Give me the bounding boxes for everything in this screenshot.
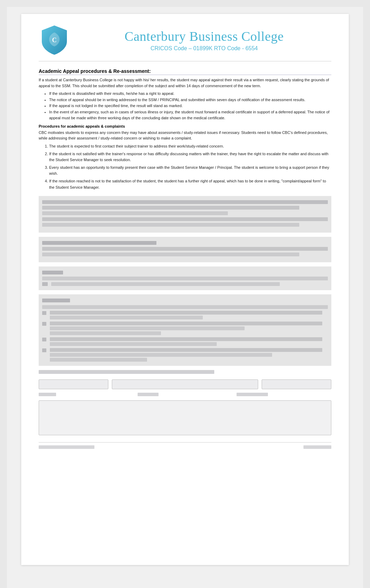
- logo-container: C: [39, 24, 70, 56]
- section-academic-appeal: Academic Appeal procedures & Re-assessme…: [39, 68, 331, 121]
- college-logo: C: [40, 25, 68, 55]
- header-text: Canterbury Business College CRICOS Code …: [77, 29, 331, 52]
- section2-subheading: Procedures for academic appeals & compla…: [39, 124, 331, 128]
- redacted-section-2: [39, 237, 331, 262]
- redacted-section-3: [39, 266, 331, 290]
- section1-intro: If a student at Canterbury Business Coll…: [39, 77, 331, 89]
- list-item: In the event of an emergency, such as in…: [49, 109, 331, 121]
- document-footer: [39, 442, 331, 449]
- form-large-textarea: [39, 400, 331, 435]
- page-container: C Canterbury Business College CRICOS Cod…: [7, 7, 363, 588]
- document-header: C Canterbury Business College CRICOS Cod…: [39, 24, 331, 61]
- section2-numbered-list: The student is expected to first contact…: [49, 143, 331, 190]
- form-area: [39, 379, 331, 435]
- list-item: The student is expected to first contact…: [49, 143, 331, 150]
- redacted-section-1: [39, 196, 331, 233]
- redacted-section-4: [39, 294, 331, 366]
- footer-right-text: [303, 445, 331, 449]
- section1-heading: Academic Appeal procedures & Re-assessme…: [39, 68, 331, 75]
- cricos-code: CRICOS Code – 01899K RTO Code - 6554: [77, 45, 331, 52]
- list-item: The notice of appeal should be in writin…: [49, 97, 331, 103]
- list-item: Every student has an opportunity to form…: [49, 165, 331, 177]
- section-procedures: Procedures for academic appeals & compla…: [39, 124, 331, 190]
- redacted-single-line: [39, 370, 331, 374]
- section1-bullet-list: If the student is dissatisfied with thei…: [49, 91, 331, 121]
- list-item: If the appeal is not lodged in the speci…: [49, 103, 331, 109]
- svg-text:C: C: [52, 37, 57, 44]
- list-item: If the resolution reached is not to the …: [49, 178, 331, 190]
- form-three-col-labels: [39, 393, 331, 398]
- footer-left-text: [39, 445, 94, 449]
- college-name: Canterbury Business College: [77, 29, 331, 44]
- document: C Canterbury Business College CRICOS Cod…: [21, 14, 349, 565]
- section2-intro: CBC motivates students to express any co…: [39, 130, 331, 141]
- list-item: If the student is not satisfied with the…: [49, 151, 331, 163]
- list-item: If the student is dissatisfied with thei…: [49, 91, 331, 97]
